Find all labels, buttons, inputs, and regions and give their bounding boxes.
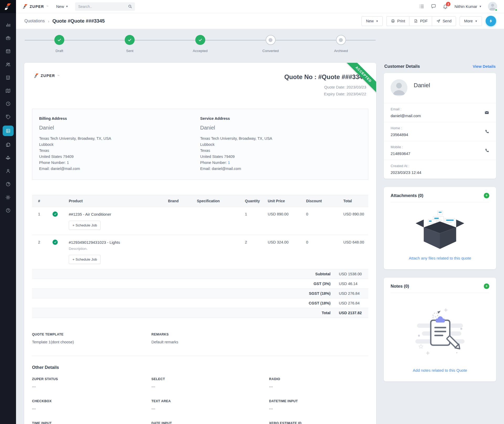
add-notes-link[interactable]: Add notes related to this Quote (391, 368, 489, 373)
schedule-job-button[interactable]: + Schedule Job (69, 255, 101, 264)
sidebar-item-schedule[interactable] (0, 45, 16, 58)
sidebar-item-parts[interactable] (0, 151, 16, 164)
section-divider (32, 356, 368, 356)
zuper-mark-icon (34, 73, 39, 78)
bar-chart-icon (6, 22, 11, 28)
pie-chart-icon (6, 182, 11, 187)
sidebar-item-service-map[interactable] (0, 84, 16, 97)
sidebar-item-tags[interactable] (0, 110, 16, 123)
search-icon[interactable] (128, 4, 132, 9)
page-header: Quotations › Quote #Quote ###3345 New ▼ … (16, 13, 504, 29)
print-button[interactable]: Print (386, 16, 409, 26)
chevron-down-icon: ▼ (376, 20, 378, 23)
col-discount: Discount (306, 195, 343, 207)
breadcrumb-quotations[interactable]: Quotations (24, 19, 45, 23)
trademark-mark: ™ (46, 5, 48, 8)
product-unit-price: USD 324.00 (268, 235, 306, 249)
quick-actions-button[interactable] (486, 16, 496, 26)
phone-value[interactable]: 1 (228, 161, 230, 165)
send-button-label: Send (443, 19, 452, 23)
customer-field-value: 214893647 (391, 151, 485, 156)
sidebar-item-customers[interactable] (0, 164, 16, 178)
col-product: Product (69, 195, 168, 207)
phone-value[interactable]: 1 (67, 161, 69, 165)
table-row: 2 #1293490129431023 - Lights Description… (32, 235, 368, 269)
schedule-job-button[interactable]: + Schedule Job (69, 221, 101, 230)
add-attachment-button[interactable]: + (484, 193, 489, 198)
chevron-down-icon: ▼ (66, 5, 68, 8)
users-icon (5, 62, 11, 67)
sidebar-item-quotes-active[interactable] (0, 123, 16, 138)
pdf-button[interactable]: PDF (409, 16, 432, 26)
more-button[interactable]: More ▼ (460, 16, 482, 26)
sidebar-item-analytics[interactable] (0, 18, 16, 32)
total-value: USD 2137.82 (339, 311, 368, 315)
detail-field: RADIO--- (269, 377, 368, 389)
phone-label: Phone Number: (39, 161, 66, 165)
topbar-new-dropdown[interactable]: New ▼ (56, 4, 68, 9)
global-search[interactable] (75, 2, 135, 11)
tag-icon (6, 114, 11, 120)
total-label: Subtotal (32, 272, 339, 276)
product-brand (168, 207, 197, 217)
add-note-button[interactable]: + (484, 283, 489, 289)
list-icon (419, 4, 424, 9)
sidebar-item-teams[interactable] (0, 58, 16, 71)
brand-logo[interactable]: ZUPER™ (23, 4, 48, 9)
help-icon (6, 208, 11, 213)
attachments-empty-illustration (391, 202, 489, 252)
total-value: USD 46.14 (339, 282, 368, 286)
step-label: Sent (126, 49, 133, 53)
detail-field: XERO ESTIMATE ID9ffdd65e-f682-4919-b513-… (269, 421, 368, 424)
messages-button[interactable] (431, 4, 436, 9)
sidebar-item-help[interactable] (0, 204, 16, 217)
service-line2: Lubbock (200, 142, 351, 148)
customer-details-card: Daniel Email : daniel@mail.com Home : 23… (384, 73, 496, 179)
phone-icon[interactable] (485, 148, 489, 153)
addresses-box: Billing Address Daniel Texas Tech Univer… (32, 109, 368, 180)
billing-phone-line: Phone Number: 1 (39, 160, 190, 166)
product-description: Description. (69, 247, 166, 251)
email-value[interactable]: daniel@mail.com (212, 167, 241, 171)
sidebar-item-jobs[interactable] (0, 32, 16, 45)
product-unit-price: USD 890.00 (268, 207, 306, 221)
activity-list-button[interactable] (419, 4, 424, 9)
user-avatar[interactable] (488, 2, 497, 11)
mail-icon[interactable] (484, 110, 489, 115)
sidebar-item-documents[interactable] (0, 138, 16, 151)
sidebar-item-reports[interactable] (0, 178, 16, 191)
service-email-line: Email: daniel@mail.com (200, 166, 351, 172)
col-num: # (32, 195, 48, 207)
detail-field: CHECKBOX--- (32, 399, 151, 411)
sidebar-item-timesheets[interactable] (0, 97, 16, 110)
more-button-label: More (464, 19, 473, 23)
header-actions: New ▼ Print PDF Send More ▼ (361, 16, 496, 26)
phone-icon[interactable] (485, 129, 489, 134)
product-discount: 0 (306, 207, 343, 221)
status-ribbon-wrap: ACCEPTED (342, 63, 376, 97)
sidebar-item-organization[interactable] (0, 71, 16, 84)
attach-files-link[interactable]: Attach any files related to this quote (391, 256, 489, 260)
billing-line4: United States 79409 (39, 154, 190, 160)
remarks-field: REMARKS Default remarks (151, 333, 269, 344)
field-value: Template 1(dont choose) (32, 340, 151, 344)
step-accepted: Accepted (165, 35, 235, 53)
send-button[interactable]: Send (432, 16, 456, 26)
search-input[interactable] (78, 4, 128, 9)
product-quantity: 2 (245, 235, 268, 249)
view-details-link[interactable]: View Details (473, 64, 496, 69)
grand-total-row: Total USD 2137.82 (32, 308, 368, 318)
product-name: #1293490129431023 - Lights (69, 240, 166, 245)
notifications-button[interactable]: 2 (443, 4, 448, 9)
phone-label: Phone Number: (200, 161, 227, 165)
new-button[interactable]: New ▼ (361, 16, 383, 26)
customer-created-at-row: Created At : 2023/03/23 12:44 (384, 160, 496, 179)
email-value[interactable]: daniel@mail.com (51, 167, 80, 171)
user-menu[interactable]: Nithin Kumar ▼ (454, 4, 482, 9)
zuper-logo-square[interactable] (0, 0, 16, 13)
sidebar-item-settings[interactable] (0, 191, 16, 204)
quote-brand-name: ZUPER (41, 74, 55, 78)
detail-field: ZUPER STATUS--- (32, 377, 151, 389)
total-value: USD 1538.00 (339, 272, 368, 276)
briefcase-icon (6, 35, 11, 41)
